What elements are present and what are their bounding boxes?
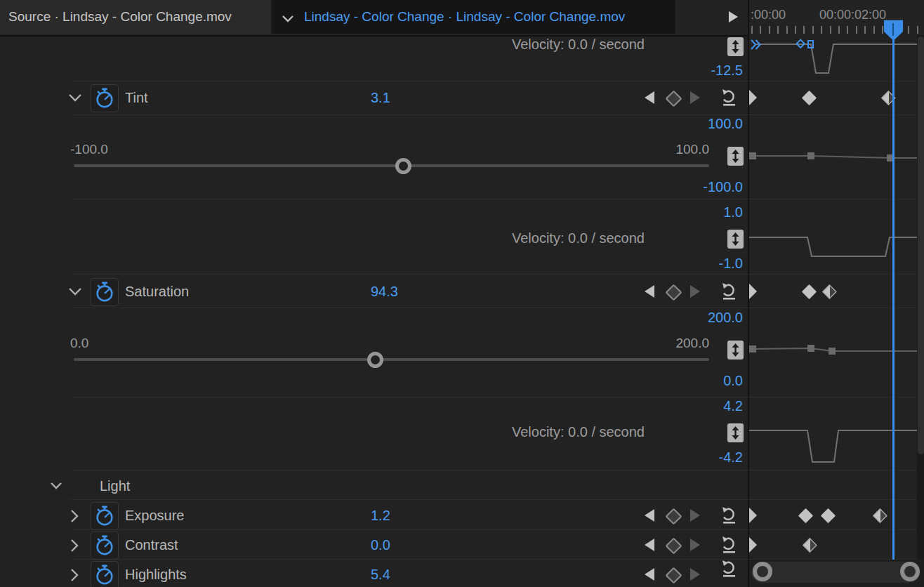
keyframe-half[interactable] (873, 508, 887, 523)
velocity-graph (749, 199, 924, 273)
slider-handle[interactable] (367, 352, 383, 368)
value-stepper[interactable] (727, 423, 744, 442)
graph-point[interactable] (749, 345, 756, 352)
keyframe[interactable] (798, 508, 813, 523)
keyframe-clipped[interactable] (749, 508, 757, 523)
chevron-down-icon[interactable] (50, 482, 62, 489)
chevron-down-icon[interactable] (68, 287, 82, 296)
panel-tab-bar: Source · Lindsay - Color Change.mov Lind… (0, 0, 749, 37)
playhead-line[interactable] (892, 35, 895, 560)
stopwatch-toggle[interactable] (91, 278, 119, 306)
slider-max-label: 100.0 (569, 142, 709, 157)
prev-keyframe-button[interactable] (645, 285, 654, 298)
prev-keyframe-button[interactable] (645, 509, 654, 522)
value-stepper[interactable] (727, 230, 744, 249)
slider-track[interactable] (74, 358, 709, 361)
effect-controls-panel: Source · Lindsay - Color Change.mov Lind… (0, 0, 924, 587)
graph-point[interactable] (807, 345, 814, 352)
selected-keyframe-icon[interactable] (750, 38, 762, 51)
reset-parameter-icon[interactable] (720, 536, 738, 554)
param-label-saturation: Saturation (125, 284, 189, 300)
graph-min-value: 0.0 (602, 373, 743, 389)
value-stepper[interactable] (727, 37, 744, 56)
value-graph (749, 114, 924, 199)
stopwatch-toggle[interactable] (91, 532, 119, 560)
param-value-highlights[interactable]: 5.4 (371, 567, 390, 583)
graph-min-value: -12.5 (602, 62, 743, 79)
chevron-right-icon[interactable] (70, 568, 79, 582)
add-keyframe-button[interactable] (665, 90, 682, 107)
keyframe-half[interactable] (822, 284, 837, 299)
tab-effect-controls[interactable]: Lindsay - Color Change · Lindsay - Color… (273, 0, 675, 34)
param-value-contrast[interactable]: 0.0 (371, 537, 390, 553)
next-keyframe-button[interactable] (690, 539, 700, 551)
stopwatch-icon (93, 281, 116, 303)
next-keyframe-button[interactable] (690, 509, 700, 522)
stopwatch-toggle[interactable] (91, 502, 119, 530)
reset-parameter-icon[interactable] (720, 88, 738, 107)
keyframe[interactable] (802, 91, 817, 105)
stopwatch-icon (93, 564, 116, 586)
graph-point[interactable] (749, 152, 756, 159)
stopwatch-toggle[interactable] (91, 561, 119, 587)
reset-parameter-icon[interactable] (720, 282, 738, 301)
value-stepper[interactable] (727, 147, 744, 166)
graph-max-value: 1.0 (602, 204, 743, 220)
vertical-scrollbar-thumb[interactable] (918, 37, 924, 454)
stopwatch-toggle[interactable] (91, 84, 119, 112)
chevron-down-icon[interactable] (282, 15, 294, 22)
prev-keyframe-button[interactable] (645, 91, 654, 104)
group-label-light: Light (100, 478, 130, 494)
keyframe-half[interactable] (803, 538, 817, 553)
param-label-tint: Tint (125, 90, 148, 106)
selected-keyframe-icon[interactable] (796, 39, 815, 51)
graph-point[interactable] (807, 152, 814, 159)
chevron-down-icon[interactable] (68, 93, 82, 102)
add-keyframe-button[interactable] (665, 284, 682, 301)
next-keyframe-button[interactable] (690, 568, 700, 581)
add-keyframe-button[interactable] (665, 567, 682, 583)
tab-source-monitor[interactable]: Source · Lindsay - Color Change.mov (0, 0, 273, 34)
graph-max-value: 100.0 (602, 116, 743, 132)
prev-keyframe-button[interactable] (645, 539, 654, 551)
chevron-right-icon[interactable] (70, 509, 79, 523)
prev-keyframe-button[interactable] (645, 568, 654, 581)
velocity-graph (749, 397, 924, 469)
zoom-handle-right[interactable] (900, 562, 920, 581)
param-label-exposure: Exposure (125, 508, 185, 524)
keyframe-clipped[interactable] (749, 537, 757, 553)
graph-point[interactable] (829, 348, 836, 355)
keyframe-clipped[interactable] (749, 90, 757, 105)
slider-handle[interactable] (395, 158, 411, 174)
param-value-tint[interactable]: 3.1 (371, 90, 390, 106)
next-keyframe-button[interactable] (690, 285, 700, 298)
velocity-graph (749, 35, 924, 81)
chevron-right-icon[interactable] (70, 539, 79, 553)
tab-active-label: Lindsay - Color Change · Lindsay - Color… (304, 9, 625, 25)
value-graph (749, 309, 924, 396)
slider-max-label: 200.0 (569, 336, 709, 351)
next-keyframe-button[interactable] (690, 91, 700, 104)
zoom-handle-left[interactable] (753, 562, 772, 581)
reset-parameter-icon[interactable] (720, 506, 738, 525)
slider-min-label: -100.0 (70, 142, 108, 157)
graph-min-value: -4.2 (602, 449, 743, 466)
keyframe-clipped[interactable] (749, 284, 757, 299)
keyframe[interactable] (802, 284, 817, 299)
stopwatch-icon (93, 505, 116, 527)
tab-source-label: Source · Lindsay - Color Change.mov (0, 9, 232, 25)
graph-min-value: -1.0 (602, 256, 743, 272)
add-keyframe-button[interactable] (665, 508, 682, 525)
param-label-contrast: Contrast (125, 537, 178, 553)
timeline-zoom-bar[interactable] (751, 562, 920, 583)
ruler-time-label: 00:00:02:00 (819, 8, 886, 22)
value-stepper[interactable] (727, 341, 744, 360)
reset-parameter-icon[interactable] (720, 560, 738, 578)
play-icon[interactable] (729, 11, 738, 22)
param-value-exposure[interactable]: 1.2 (371, 508, 390, 524)
param-value-saturation[interactable]: 94.3 (371, 284, 398, 300)
keyframe[interactable] (821, 508, 836, 523)
velocity-label: Velocity: 0.0 / second (364, 424, 645, 440)
slider-track[interactable] (74, 164, 709, 167)
add-keyframe-button[interactable] (665, 537, 682, 554)
